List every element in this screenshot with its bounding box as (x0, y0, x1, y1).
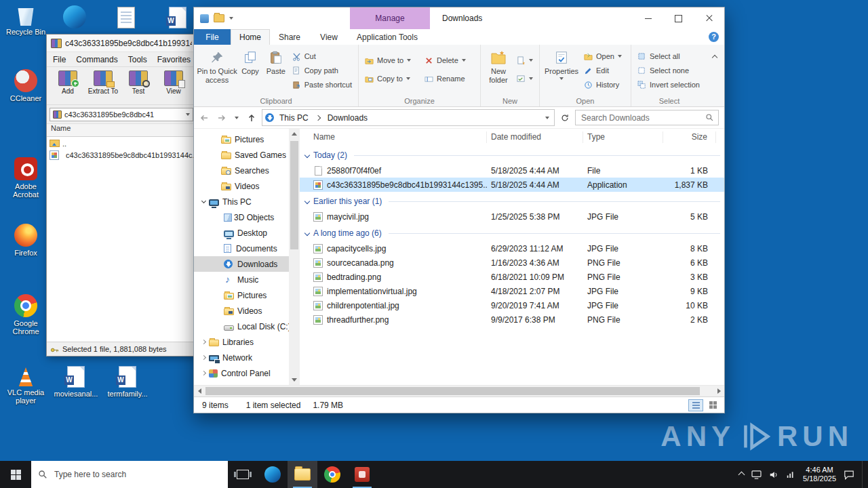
winrar-row-file[interactable]: c43c36331895be9c8dbc41b1993144c... (47, 149, 196, 161)
search-input[interactable] (580, 113, 703, 123)
task-view-button[interactable] (228, 461, 258, 488)
scrollbar-thumb[interactable] (205, 387, 700, 395)
nav-item[interactable]: Videos (194, 303, 289, 319)
desktop-icon-chrome[interactable]: Google Chrome (1, 294, 50, 336)
nav-item[interactable]: Libraries (194, 334, 289, 350)
nav-item[interactable]: Videos (194, 178, 289, 194)
menu-item[interactable]: Tools (128, 55, 147, 64)
select-all-button[interactable]: Select all (634, 49, 703, 63)
tab-view[interactable]: View (309, 29, 349, 45)
nav-item[interactable]: Desktop (194, 225, 289, 241)
move-to-button[interactable]: Move to (361, 54, 421, 67)
desktop-icon-acrobat[interactable]: Adobe Acrobat (1, 157, 50, 199)
expander-icon[interactable] (216, 307, 224, 315)
open-button[interactable]: Open (580, 49, 625, 63)
qat-customize-caret-icon[interactable] (229, 17, 233, 20)
paste-shortcut-button[interactable]: Paste shortcut (289, 78, 355, 92)
file-row[interactable]: bedtrading.png 6/18/2021 10:09 PM PNG Fi… (300, 270, 724, 284)
expander-icon[interactable] (216, 323, 224, 331)
scroll-left-button[interactable] (194, 386, 205, 396)
taskbar-clock[interactable]: 4:46 AM 5/18/2025 (803, 466, 836, 483)
menu-item[interactable]: File (53, 55, 66, 64)
expander-icon[interactable] (216, 260, 224, 268)
copy-button[interactable]: Copy (237, 47, 263, 98)
desktop-icon-file[interactable] (102, 5, 151, 28)
taskbar-edge-button[interactable] (258, 461, 288, 488)
test-button[interactable]: Test (121, 67, 156, 104)
nav-item[interactable]: Local Disk (C:) (194, 319, 289, 334)
search-box[interactable] (575, 110, 719, 125)
expander-icon[interactable] (213, 136, 221, 144)
group-collapse-icon[interactable] (304, 152, 310, 158)
scroll-right-button[interactable] (713, 386, 724, 396)
history-button[interactable]: History (580, 78, 625, 92)
group-header[interactable]: Earlier this year (1) (300, 193, 724, 209)
refresh-button[interactable] (557, 110, 572, 125)
expander-icon[interactable] (201, 198, 209, 206)
properties-button[interactable]: Properties (542, 47, 580, 98)
expander-icon[interactable] (216, 245, 224, 253)
expander-icon[interactable] (201, 369, 209, 378)
address-box[interactable]: This PC Downloads (262, 109, 555, 126)
tray-network-icon[interactable] (786, 470, 795, 479)
expander-icon[interactable] (216, 291, 224, 300)
nav-item[interactable]: This PC (194, 194, 289, 209)
select-none-button[interactable]: Select none (634, 64, 703, 77)
taskbar-chrome-button[interactable] (317, 461, 347, 488)
copy-to-button[interactable]: Copy to (361, 72, 421, 85)
file-row[interactable]: threadfurther.png 9/9/2017 6:38 PM PNG F… (300, 312, 724, 327)
cut-button[interactable]: Cut (289, 49, 355, 63)
file-row[interactable]: 25880f70f4f0ef 5/18/2025 4:44 AM File 1 … (300, 163, 724, 178)
taskbar-search-input[interactable] (53, 469, 221, 480)
column-header-size[interactable]: Size (663, 131, 716, 143)
group-header[interactable]: Today (2) (300, 147, 724, 163)
desktop-icon-termfamily[interactable]: termfamily... (103, 365, 152, 398)
expander-icon[interactable] (201, 354, 209, 362)
desktop-icon-recycle-bin[interactable]: Recycle Bin (1, 4, 50, 36)
extract-to-button[interactable]: Extract To (85, 67, 121, 104)
nav-item[interactable]: Searches (194, 163, 289, 178)
easy-access-button[interactable] (513, 72, 536, 85)
group-header[interactable]: A long time ago (6) (300, 225, 724, 241)
desktop-icon-firefox[interactable]: Firefox (1, 224, 50, 257)
expander-icon[interactable] (213, 182, 221, 190)
invert-selection-button[interactable]: Invert selection (634, 78, 703, 92)
pin-to-quick-access-button[interactable]: Pin to Quick access (197, 47, 237, 98)
winrar-row-up[interactable]: .. (47, 138, 196, 149)
breadcrumb-separator-icon[interactable] (315, 115, 320, 120)
details-view-button[interactable] (688, 399, 703, 411)
group-collapse-icon[interactable] (304, 230, 310, 236)
nav-item[interactable]: Pictures (194, 131, 289, 147)
delete-button[interactable]: Delete (421, 54, 469, 67)
winrar-column-header[interactable]: Name (47, 123, 196, 137)
edit-button[interactable]: Edit (580, 64, 625, 77)
collapse-ribbon-button[interactable] (711, 50, 719, 64)
column-header-name[interactable]: Name (300, 131, 487, 143)
help-icon[interactable] (709, 32, 719, 42)
nav-item[interactable]: Music (194, 272, 289, 287)
tray-speaker-icon[interactable] (769, 470, 778, 479)
close-button[interactable] (694, 7, 724, 29)
group-collapse-icon[interactable] (304, 199, 310, 204)
view-button[interactable]: View (156, 67, 191, 104)
rename-button[interactable]: Rename (421, 72, 469, 85)
explorer-titlebar[interactable]: Manage Downloads (194, 7, 724, 29)
expander-icon[interactable] (213, 151, 221, 159)
large-icons-view-button[interactable] (705, 399, 720, 411)
scroll-down-button[interactable] (289, 375, 300, 385)
file-row[interactable]: childrenpotential.jpg 9/20/2019 7:41 AM … (300, 298, 724, 312)
file-row[interactable]: sourcecanada.png 1/16/2023 4:36 AM PNG F… (300, 256, 724, 270)
winrar-titlebar[interactable]: c43c36331895be9c8dbc41b1993144 (47, 35, 196, 52)
paste-button[interactable]: Paste (263, 47, 289, 98)
nav-item[interactable]: Pictures (194, 287, 289, 303)
file-row[interactable]: capacitycells.jpg 6/29/2023 11:12 AM JPG… (300, 241, 724, 256)
file-row[interactable]: c43c36331895be9c8dbc41b1993144c1395... 5… (300, 178, 724, 192)
up-button[interactable] (244, 110, 259, 125)
taskbar-explorer-button[interactable] (288, 461, 317, 488)
tab-application-tools[interactable]: Application Tools (347, 29, 427, 45)
horizontal-scrollbar[interactable] (194, 385, 724, 396)
nav-item[interactable]: 3D Objects (194, 209, 289, 225)
nav-item[interactable]: Downloads (194, 256, 289, 272)
minimize-button[interactable] (633, 7, 663, 29)
address-dropdown-caret-icon[interactable] (545, 117, 549, 119)
